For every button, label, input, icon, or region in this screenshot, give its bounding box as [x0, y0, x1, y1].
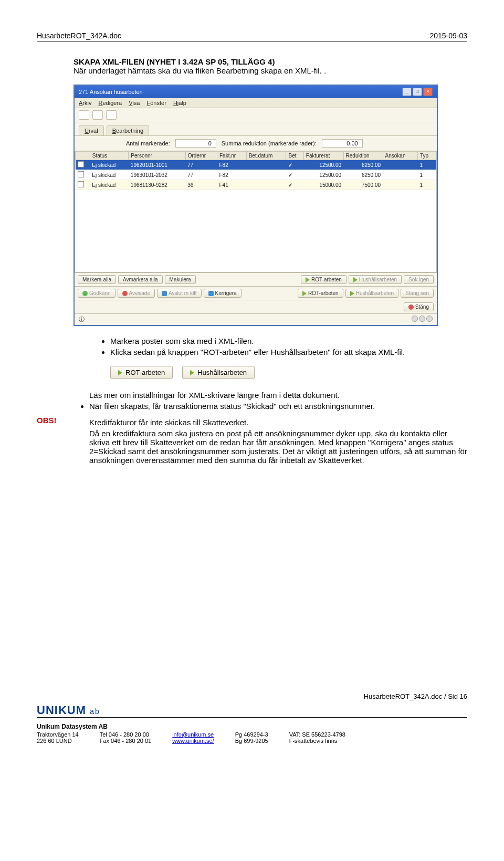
x-icon: [122, 291, 128, 296]
table-row[interactable]: Ej skickad 19681130-9282 36 F41 ✓ 15000.…: [76, 180, 436, 190]
edit-icon: [208, 291, 214, 296]
arrow-right-icon: [302, 291, 307, 296]
check-icon: [82, 291, 88, 296]
footer-phone: Tel 046 - 280 20 00Fax 046 - 280 20 01: [100, 731, 151, 744]
count-field[interactable]: 0: [175, 139, 216, 148]
menubar: Arkiv Redigera Visa Fönster Hjälp: [75, 98, 437, 108]
tabbar: Urval Bearbetning: [75, 122, 437, 135]
pre-line: Läs mer om inställningar för XML-skrivar…: [89, 391, 467, 400]
window-title: 271 Ansökan husarbeten: [79, 89, 143, 95]
window-titlebar: 271 Ansökan husarbeten _ □ ×: [75, 86, 437, 98]
footer-email-link[interactable]: info@unikum.se: [172, 731, 214, 738]
toolbar-icon-3[interactable]: [106, 110, 117, 120]
stang-sen-button[interactable]: Stäng sen: [401, 289, 434, 298]
page-footer: HusarbeteROT_342A.doc / Sid 16 UNIKUM ab…: [37, 692, 467, 744]
doc-icon: [162, 291, 167, 296]
avvisade-button[interactable]: Avvisade: [118, 289, 155, 298]
toolbar: [75, 108, 437, 122]
stang-button[interactable]: Stäng: [404, 302, 434, 311]
sum-label: Summa reduktion (markerade rader):: [222, 140, 317, 146]
window-close-icon[interactable]: ×: [423, 88, 433, 96]
footer-logo: UNIKUM ab: [37, 704, 467, 717]
doc-date: 2015-09-03: [429, 32, 467, 40]
col-typ[interactable]: Typ: [418, 152, 436, 160]
col-betdatum[interactable]: Bet.datum: [246, 152, 286, 160]
obs-label: OBS!: [37, 391, 74, 425]
header-rule: [37, 41, 467, 41]
col-status[interactable]: Status: [90, 152, 129, 160]
hushall-button-2[interactable]: Hushållsarbeten: [345, 289, 398, 298]
footer-vat: VAT: SE 556223-4798F-skattebevis finns: [289, 731, 345, 744]
sum-field[interactable]: 0.00: [322, 139, 363, 148]
menu-arkiv[interactable]: Arkiv: [79, 100, 91, 106]
hushall-button[interactable]: Hushållsarbeten: [349, 275, 402, 284]
rot-arbeten-inline-button[interactable]: ROT-arbeten: [110, 366, 173, 379]
bullet-item: Klicka sedan på knappen "ROT-arbeten" el…: [110, 348, 467, 356]
section-subtitle: När underlaget hämtats ska du via fliken…: [74, 66, 467, 75]
col-personnr[interactable]: Personnr: [129, 152, 185, 160]
bullet-list-2: När filen skapats, får transaktionerna s…: [89, 402, 467, 411]
col-ansokan[interactable]: Ansökan: [383, 152, 418, 160]
menu-visa[interactable]: Visa: [129, 100, 140, 106]
button-bar-2: Godkänn Avvisade Avslut m klff Korrigera…: [75, 286, 437, 300]
bullet-item: När filen skapats, får transaktionerna s…: [89, 402, 467, 411]
avslut-button[interactable]: Avslut m klff: [157, 289, 202, 298]
bullet-item: Markera poster som ska med i XML-filen.: [110, 337, 467, 345]
korrigera-button[interactable]: Korrigera: [204, 289, 242, 298]
toolbar-icon-1[interactable]: [79, 110, 89, 120]
button-bar-3: Stäng: [75, 300, 437, 313]
statusbar: ⓘ: [75, 313, 437, 325]
godkann-button[interactable]: Godkänn: [78, 289, 116, 298]
count-label: Antal markerade:: [126, 140, 170, 146]
col-fakturerat[interactable]: Fakturerat: [303, 152, 343, 160]
footer-web-link[interactable]: www.unikum.se/: [172, 738, 214, 744]
statusbar-info-icon: ⓘ: [79, 316, 85, 323]
button-bar-1: Markera alla Avmarkera alla Makulera ROT…: [75, 272, 437, 286]
data-grid[interactable]: Status Personnr Ordernr Fakt.nr Bet.datu…: [75, 151, 437, 272]
window-min-icon[interactable]: _: [402, 88, 412, 96]
col-ordernr[interactable]: Ordernr: [185, 152, 217, 160]
window-max-icon[interactable]: □: [413, 88, 422, 96]
menu-redigera[interactable]: Redigera: [99, 100, 122, 106]
arrow-right-icon: [190, 370, 194, 375]
menu-fonster[interactable]: Fönster: [147, 100, 166, 106]
tab-bearbetning[interactable]: Bearbetning: [107, 125, 149, 135]
row-checkbox[interactable]: [78, 161, 84, 167]
makulera-button[interactable]: Makulera: [165, 275, 196, 284]
menu-hjalp[interactable]: Hjälp: [173, 100, 186, 106]
rot-arbeten-button[interactable]: ROT-arbeten: [301, 275, 346, 284]
footer-links: info@unikum.se www.unikum.se/: [172, 731, 214, 744]
rot-arbeten-button-2[interactable]: ROT-arbeten: [298, 289, 343, 298]
app-window-screenshot: 271 Ansökan husarbeten _ □ × Arkiv Redig…: [74, 85, 438, 326]
row-checkbox[interactable]: [78, 181, 84, 187]
table-row[interactable]: Ej skickad 19620101-1001 77 F82 ✓ 12500.…: [76, 160, 436, 170]
obs-para-1: Kreditfakturor får inte skickas till Ska…: [89, 418, 467, 427]
footer-address: Traktorvägen 14226 60 LUND: [37, 731, 79, 744]
section-title: SKAPA XML-FILEN (NYHET I 3.42A SP 05, TI…: [74, 57, 467, 66]
doc-header: HusarbeteROT_342A.doc 2015-09-03: [37, 32, 467, 40]
col-bet[interactable]: Bet: [286, 152, 303, 160]
markera-alla-button[interactable]: Markera alla: [78, 275, 116, 284]
bullet-list-1: Markera poster som ska med i XML-filen. …: [89, 337, 467, 356]
footer-pagenum: HusarbeteROT_342A.doc / Sid 16: [37, 692, 467, 700]
grid-summary: Antal markerade: 0 Summa reduktion (mark…: [75, 135, 437, 151]
obs-para-2: Då en kreditfaktura som ska justera en p…: [89, 429, 467, 465]
row-checkbox[interactable]: [78, 171, 84, 177]
footer-accounts: Pg 469294-3Bg 699-9205: [235, 731, 268, 744]
doc-name: HusarbeteROT_342A.doc: [37, 32, 121, 40]
arrow-right-icon: [118, 370, 122, 375]
arrow-right-icon: [350, 291, 354, 296]
toolbar-icon-2[interactable]: [92, 110, 103, 120]
col-faktnr[interactable]: Fakt.nr: [217, 152, 247, 160]
col-reduktion[interactable]: Reduktion: [343, 152, 383, 160]
close-icon: [408, 304, 414, 310]
avmarkera-alla-button[interactable]: Avmarkera alla: [118, 275, 163, 284]
arrow-right-icon: [306, 277, 310, 282]
footer-company-name: Unikum Datasystem AB: [37, 723, 467, 730]
arrow-right-icon: [353, 277, 358, 282]
table-row[interactable]: Ej skickad 19630101-2032 77 F82 ✓ 12500.…: [76, 170, 436, 180]
sok-igen-button[interactable]: Sök igen: [404, 275, 434, 284]
inline-buttons-screenshot: ROT-arbeten Hushållsarbeten: [110, 366, 467, 379]
tab-urval[interactable]: Urval: [79, 125, 104, 135]
hushall-inline-button[interactable]: Hushållsarbeten: [182, 366, 255, 379]
